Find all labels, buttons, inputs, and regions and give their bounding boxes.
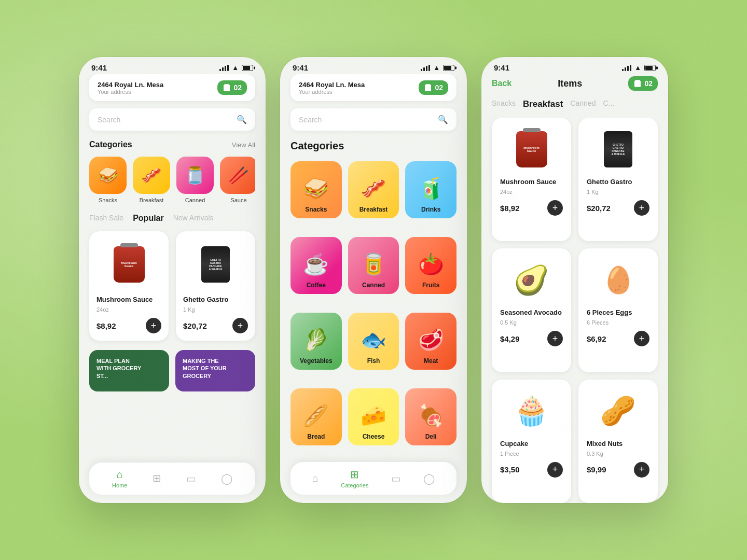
items-grid: MushroomSauce Mushroom Sauce 24oz $8,92 … — [481, 118, 668, 503]
item-card-1: MushroomSauce Mushroom Sauce 24oz $8,92 … — [492, 118, 571, 241]
search-bar-2[interactable]: Search 🔍 — [290, 108, 457, 131]
cart-badge-2[interactable]: 02 — [419, 80, 448, 95]
add-btn-2[interactable]: + — [232, 318, 248, 333]
item-price-row-6: $9,99 + — [587, 462, 649, 478]
product-price-1: $8,92 — [96, 321, 116, 330]
cat-label-fruits: Fruits — [422, 282, 439, 289]
product-name-1: Mushroom Sauce — [96, 296, 161, 303]
battery-icon-2 — [443, 65, 454, 71]
cat-bread[interactable]: 🥖 Bread — [290, 388, 342, 445]
banner-text-2: MAKING THEMOST OF YOURGROCERY — [183, 357, 227, 380]
cat-fish[interactable]: 🐟 Fish — [348, 313, 399, 370]
item-img-4: 🥚 — [587, 257, 649, 303]
phone-3: 9:41 ▲ Back Items 02 Snacks Breakfast Ca… — [481, 57, 668, 503]
cheese-emoji: 🧀 — [361, 403, 386, 428]
cat-label-meat: Meat — [424, 357, 438, 365]
cat-canned[interactable]: 🥫 Canned — [348, 237, 399, 294]
cart-badge-3[interactable]: 02 — [628, 76, 658, 91]
item-price-row-1: $8,92 + — [500, 200, 563, 216]
nav-home-1[interactable]: ⌂ Home — [112, 469, 127, 488]
address-bar-2[interactable]: 2464 Royal Ln. Mesa Your address 02 — [290, 74, 457, 101]
category-chip-snacks[interactable]: 🥪 Snacks — [89, 157, 127, 203]
tab-flash-sale[interactable]: Flash Sale — [89, 214, 123, 223]
cat-deli[interactable]: 🍖 Deli — [405, 388, 457, 445]
status-bar-3: 9:41 ▲ — [481, 57, 668, 74]
tab-snacks-3[interactable]: Snacks — [492, 99, 516, 109]
product-card-2: GHETTOGASTROPANCAKE& WAFFLE Ghetto Gastr… — [176, 231, 255, 341]
nav-home-2[interactable]: ⌂ — [312, 472, 319, 484]
nav-profile-2[interactable]: ◯ — [423, 472, 435, 485]
item-card-5: 🧁 Cupcake 1 Piece $3,50 + — [492, 380, 571, 503]
item-price-row-3: $4,29 + — [500, 331, 563, 346]
signal-icon — [219, 65, 229, 71]
nav-profile-1[interactable]: ◯ — [221, 472, 232, 485]
nav-categories-1[interactable]: ⊞ — [153, 472, 161, 486]
cat-label-vegetables: Vegetables — [300, 357, 333, 365]
items-title: Items — [558, 78, 582, 89]
add-btn-item-4[interactable]: + — [634, 331, 649, 346]
product-card-1: MushroomSauce Mushroom Sauce 24oz $8,92 … — [89, 231, 169, 341]
add-btn-1[interactable]: + — [146, 318, 161, 333]
add-btn-item-2[interactable]: + — [634, 200, 649, 216]
tab-more-3[interactable]: C... — [603, 99, 614, 109]
address-line1: 2464 Royal Ln. Mesa — [98, 81, 163, 89]
tab-popular[interactable]: Popular — [133, 214, 164, 223]
category-chip-sauce[interactable]: 🥢 Sauce — [220, 157, 255, 203]
category-chips-1: 🥪 Snacks 🥓 Breakfast 🫙 Canned 🥢 Sauce — [89, 157, 255, 203]
deli-emoji: 🍖 — [418, 403, 444, 428]
nav-orders-1[interactable]: ▭ — [186, 472, 196, 485]
tab-breakfast-3[interactable]: Breakfast — [523, 99, 563, 109]
item-price-1: $8,92 — [500, 204, 520, 213]
cat-fruits[interactable]: 🍅 Fruits — [405, 237, 457, 294]
search-icon-1: 🔍 — [237, 115, 247, 124]
can-icon: GHETTOGASTROPANCAKE& WAFFLE — [201, 246, 230, 283]
add-btn-item-1[interactable]: + — [547, 200, 563, 216]
nav-orders-2[interactable]: ▭ — [391, 472, 401, 485]
category-chip-breakfast[interactable]: 🥓 Breakfast — [133, 157, 170, 203]
cat-vegetables[interactable]: 🥬 Vegetables — [290, 313, 342, 370]
phone3-tabs: Snacks Breakfast Canned C... — [481, 99, 668, 118]
address-bar-1[interactable]: 2464 Royal Ln. Mesa Your address 02 — [89, 74, 255, 101]
item-weight-5: 1 Piece — [500, 451, 563, 457]
cart-icon-3 — [633, 79, 642, 88]
cart-badge-1[interactable]: 02 — [217, 80, 247, 95]
wifi-icon-3: ▲ — [634, 64, 641, 72]
cat-label-snacks: Snacks — [305, 206, 327, 213]
banner-grocery-tips[interactable]: MAKING THEMOST OF YOURGROCERY — [175, 350, 255, 391]
cat-drinks[interactable]: 🧃 Drinks — [405, 161, 457, 218]
address-text-2: 2464 Royal Ln. Mesa Your address — [299, 81, 365, 95]
wifi-icon-2: ▲ — [433, 64, 440, 72]
search-bar-1[interactable]: Search 🔍 — [89, 108, 255, 131]
bread-emoji: 🥖 — [303, 403, 329, 428]
cat-label-coffee: Coffee — [307, 282, 326, 289]
tab-new-arrivals[interactable]: New Arrivals — [173, 214, 214, 223]
add-btn-item-3[interactable]: + — [547, 331, 563, 346]
drinks-emoji: 🧃 — [418, 176, 444, 201]
fruits-emoji: 🍅 — [418, 252, 444, 276]
cat-snacks[interactable]: 🥪 Snacks — [290, 161, 342, 218]
categories-title-1: Categories — [89, 140, 132, 149]
banner-meal-plan[interactable]: MEAL PLANWITH GROCERYST... — [89, 350, 169, 391]
back-button[interactable]: Back — [492, 79, 511, 88]
item-card-4: 🥚 6 Pieces Eggs 6 Pieces $6,92 + — [578, 248, 658, 372]
item-price-5: $3,50 — [500, 465, 520, 474]
item-card-6: 🥜 Mixed Nuts 0.3 Kg $9,99 + — [578, 380, 658, 503]
address-line2: Your address — [98, 89, 163, 95]
item-img-6: 🥜 — [587, 388, 649, 435]
product-img-1: MushroomSauce — [96, 239, 161, 290]
add-btn-item-6[interactable]: + — [634, 462, 649, 478]
vegetables-emoji: 🥬 — [303, 328, 329, 352]
category-chip-canned[interactable]: 🫙 Canned — [176, 157, 214, 203]
nav-categories-2[interactable]: ⊞ Categories — [341, 468, 368, 488]
add-btn-item-5[interactable]: + — [547, 462, 563, 478]
cat-meat[interactable]: 🥩 Meat — [405, 313, 457, 370]
cat-coffee[interactable]: ☕ Coffee — [290, 237, 342, 294]
cat-cheese[interactable]: 🧀 Cheese — [348, 388, 399, 445]
profile-icon-1: ◯ — [221, 472, 232, 485]
bottom-nav-2: ⌂ ⊞ Categories ▭ ◯ — [290, 462, 457, 495]
view-all-1[interactable]: View All — [232, 141, 255, 149]
tab-canned-3[interactable]: Canned — [570, 99, 596, 109]
canned-emoji: 🥫 — [361, 252, 386, 276]
cat-breakfast[interactable]: 🥓 Breakfast — [348, 161, 399, 218]
item-card-2: GHETTOGASTROPANCAKE& WAFFLE Ghetto Gastr… — [578, 118, 658, 241]
